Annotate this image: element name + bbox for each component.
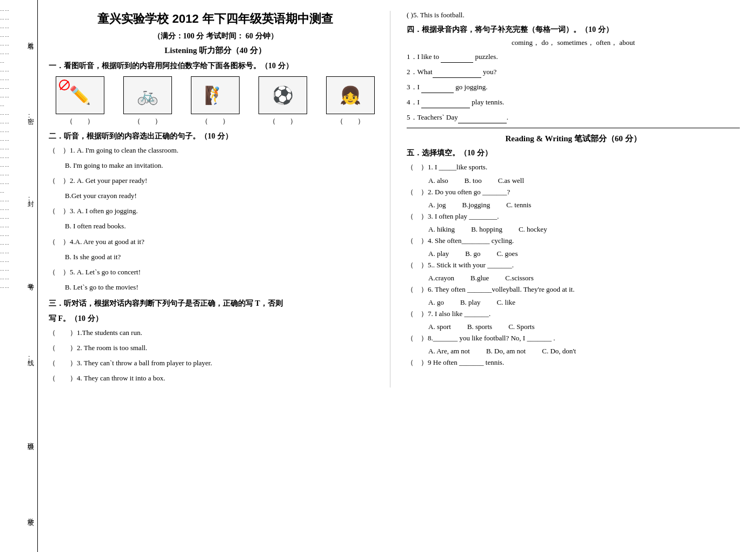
opt-a: A. Are, am not — [428, 347, 470, 356]
page-container: …… …… …… …… …… …… … …… …… …… …… … …… …… … — [0, 0, 756, 552]
opt-a: A. sport — [428, 323, 451, 331]
label-xingming: 姓名 — [25, 35, 36, 41]
blank-5 — [458, 115, 507, 123]
q2-2b: B.Get your crayon ready! — [65, 190, 382, 202]
q5-5: （ ）5.. Stick it with your _______. — [407, 259, 740, 271]
blank-3 — [421, 84, 454, 93]
opt-c: C. goes — [496, 249, 518, 258]
image-box-2: 🚲 — [123, 76, 172, 114]
opt-b: B.jogging — [462, 201, 490, 209]
section3-questions: （ ）1.The students can run. （ ）2. The roo… — [49, 327, 382, 384]
q5-3: （ ）3. I often play ________. — [407, 211, 740, 222]
q2-1: （ ）1. A. I'm going to clean the classroo… — [49, 144, 382, 156]
q5-9: （ ）9 He often _______ tennis. — [407, 357, 740, 369]
q3-1: （ ）1.The students can run. — [49, 327, 382, 339]
blank-1 — [441, 54, 473, 63]
no-cross-icon — [59, 80, 70, 90]
q2-2: （ ）2. A. Get your paper ready! — [49, 175, 382, 187]
answer-paren-3: （ ） — [201, 116, 229, 126]
opt-a: A.crayon — [428, 274, 454, 282]
q2-4b: B. Is she good at it? — [65, 251, 382, 263]
image-item-3: 🧗 （ ） — [191, 76, 240, 126]
section2-questions: （ ）1. A. I'm going to clean the classroo… — [49, 144, 382, 293]
q5-6-options: A. go B. play C. like — [428, 298, 740, 307]
q5-1-options: A. also B. too C.as well — [428, 176, 740, 185]
opt-c: C. like — [496, 298, 515, 307]
opt-a: A. also — [428, 176, 448, 185]
q5-8: （ ）8._______ you like football? No, I __… — [407, 332, 740, 344]
ball-icon: ⚽ — [272, 85, 294, 106]
main-content: 童兴实验学校 2012 年下四年级英语期中测查 （满分：100 分 考试时间： … — [38, 0, 756, 552]
label-banjiu: 班级 — [25, 435, 36, 442]
rw-header: Reading & Writing 笔试部分（60 分） — [407, 134, 740, 144]
opt-a: A. play — [428, 249, 449, 258]
label-feng: 封... — [25, 193, 36, 207]
divider — [407, 128, 740, 128]
q5-7: （ ）7. I also like _______. — [407, 308, 740, 320]
opt-a: A. go — [428, 298, 444, 307]
vertical-labels: 姓名 密... 封... 学号 线... 班级 学校 — [25, 0, 36, 552]
q2-3: （ ）3. A. I often go jogging. — [49, 205, 382, 217]
label-xian: 线... — [25, 352, 36, 366]
q4-2: 2．What you? — [407, 66, 740, 78]
pencil-icon: ✏️ — [69, 85, 91, 106]
label-mi: 密... — [25, 110, 36, 124]
section3-label: 三．听对话，根据对话内容判断下列句子是否正确，正确的写 T，否则 — [49, 299, 382, 308]
opt-c: C. Sports — [508, 323, 534, 331]
q5-5-options: A.crayon B.glue C.scissors — [428, 274, 740, 282]
q2-4: （ ）4.A. Are you at good at it? — [49, 236, 382, 248]
q4-4: 4．I play tennis. — [407, 96, 740, 108]
image-box-4: ⚽ — [258, 76, 307, 114]
opt-a: A. jog — [428, 201, 446, 209]
q4-5: 5．Teachers` Day. — [407, 111, 740, 123]
images-row: ✏️ （ ） 🚲 （ ） 🧗 — [49, 76, 382, 126]
image-item-2: 🚲 （ ） — [123, 76, 172, 126]
opt-c: C. hockey — [519, 225, 547, 234]
girl-icon: 👧 — [340, 85, 361, 106]
q5-4: （ ）4. She often________ cycling. — [407, 235, 740, 247]
opt-c: C. tennis — [506, 201, 531, 209]
exam-info: （满分：100 分 考试时间： 60 分钟） — [49, 31, 382, 41]
opt-b: B.glue — [470, 274, 489, 282]
answer-paren-4: （ ） — [269, 116, 297, 126]
opt-b: B. too — [465, 176, 482, 185]
opt-c: C.as well — [498, 176, 524, 185]
dotted-lines: …… …… …… …… …… …… … …… …… …… …… … …… …… … — [0, 0, 22, 552]
bike-icon: 🚲 — [137, 85, 158, 106]
answer-paren-1: （ ） — [66, 116, 94, 126]
right-column: ( )5. This is football. 四．根据录音内容，将句子补充完整… — [401, 11, 740, 387]
section3-label2: 写 F。（10 分） — [49, 314, 382, 324]
q4-3: 3．I go jogging. — [407, 81, 740, 93]
image-box-3: 🧗 — [191, 76, 240, 114]
q5-4-options: A. play B. go C. goes — [428, 249, 740, 258]
q5-6: （ ）6. They often _______volleyball. They… — [407, 284, 740, 295]
left-margin: …… …… …… …… …… …… … …… …… …… …… … …… …… … — [0, 0, 38, 552]
image-item-1: ✏️ （ ） — [56, 76, 104, 126]
q5-1: （ ）1. I _____like sports. — [407, 161, 740, 173]
section4-questions: 1．I like to puzzles. 2．What you? 3．I go … — [407, 51, 740, 123]
left-column: 童兴实验学校 2012 年下四年级英语期中测查 （满分：100 分 考试时间： … — [49, 11, 390, 387]
q2-5b: B. Let`s go to the movies! — [65, 281, 382, 293]
q5-2: （ ）2. Do you often go _______? — [407, 186, 740, 198]
section4-label: 四．根据录音内容，将句子补充完整（每格一词）。（10 分） — [407, 25, 740, 35]
q5-2-options: A. jog B.jogging C. tennis — [428, 201, 740, 209]
q2-3b: B. I often read books. — [65, 220, 382, 232]
opt-b: B. sports — [467, 323, 492, 331]
section2-label: 二．听音，根据听到的内容选出正确的句子。（10 分） — [49, 132, 382, 141]
section1-label: 一．看图听音，根据听到的内容用阿拉伯数字给下面各图标号。（10 分） — [49, 61, 382, 71]
image-box-1: ✏️ — [56, 76, 104, 114]
q3-4: （ ）4. They can throw it into a box. — [49, 372, 382, 384]
hiker-icon: 🧗 — [204, 85, 226, 106]
image-box-5: 👧 — [326, 76, 375, 114]
blank-2 — [433, 69, 481, 78]
q3-2: （ ）2. The room is too small. — [49, 342, 382, 354]
q5-8-options: A. Are, am not B. Do, am not C. Do, don'… — [428, 347, 740, 356]
answer-paren-2: （ ） — [134, 116, 162, 126]
opt-b: B. go — [465, 249, 480, 258]
q5-3-options: A. hiking B. hopping C. hockey — [428, 225, 740, 234]
opt-c: C.scissors — [505, 274, 533, 282]
q2-1b: B. I'm going to make an invitation. — [65, 160, 382, 172]
image-item-5: 👧 （ ） — [326, 76, 375, 126]
opt-b: B. hopping — [471, 225, 502, 234]
label-xuehao: 学号 — [25, 276, 36, 282]
